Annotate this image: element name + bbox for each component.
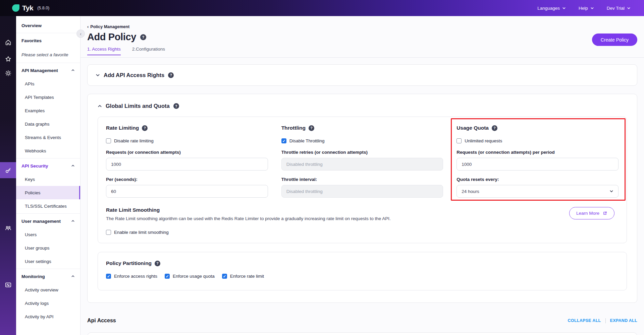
unlimited-requests-row[interactable]: Unlimited requests [457, 138, 619, 143]
quota-resets-select[interactable]: 24 hours [457, 185, 619, 198]
sidebar-item-users[interactable]: Users [16, 228, 80, 241]
sidebar-item-overview[interactable]: Overview [16, 19, 80, 32]
global-limits-card-header[interactable]: Global Limits and Quota ? [98, 103, 627, 109]
access-rights-help-icon[interactable]: ? [168, 72, 174, 78]
rate-limiting-help-icon[interactable]: ? [142, 125, 148, 131]
topbar-menu-dev-trial[interactable]: Dev Trial [607, 6, 631, 11]
sidebar-item-label: Streams & Events [25, 135, 61, 140]
disable-throttling-checkbox[interactable] [281, 138, 286, 143]
sidebar-item-favorites[interactable]: Favorites [16, 34, 80, 47]
sidebar: OverviewFavoritesPlease select a favorit… [16, 16, 80, 335]
sidebar-collapse-button[interactable]: ‹ [76, 29, 85, 38]
api-access-header: Api Access COLLAPSE ALL EXPAND ALL [87, 318, 637, 324]
create-policy-button[interactable]: Create Policy [592, 34, 637, 46]
sidebar-item-webhooks[interactable]: Webhooks [16, 144, 80, 157]
chevron-up-icon [71, 274, 75, 279]
chevron-down-icon [609, 189, 613, 193]
partition-row-enforce-rate-limit[interactable]: Enforce rate limit [222, 274, 264, 279]
user-management-icon[interactable] [0, 220, 16, 235]
sidebar-item-monitoring[interactable]: Monitoring [16, 270, 80, 283]
chevron-up-icon [71, 68, 75, 73]
breadcrumb[interactable]: ‹ Policy Management [87, 24, 637, 29]
throttling-column: Throttling ? Disable Throttling Throttle… [281, 125, 443, 198]
enforce-usage-quota-checkbox[interactable] [165, 274, 170, 279]
sidebar-item-api-management[interactable]: API Management [16, 64, 80, 77]
tab-2-configurations[interactable]: 2.Configurations [132, 47, 165, 55]
usage-quota-help-icon[interactable]: ? [492, 125, 497, 131]
enable-smoothing-checkbox[interactable] [106, 230, 111, 235]
sidebar-item-apis[interactable]: APIs [16, 77, 80, 90]
api-security-key-icon[interactable] [0, 162, 16, 178]
sidebar-item-api-security[interactable]: API Security [16, 159, 80, 173]
sidebar-item-user-groups[interactable]: User groups [16, 241, 80, 255]
topbar-menu-help[interactable]: Help [579, 6, 594, 11]
policy-partitioning-title: Policy Partitioning [106, 260, 152, 266]
sidebar-item-label: TLS/SSL Certificates [25, 204, 67, 209]
enable-smoothing-row[interactable]: Enable rate limit smoothing [106, 230, 619, 235]
sidebar-item-activity-by-api[interactable]: Activity by API [16, 310, 80, 323]
expand-all-link[interactable]: EXPAND ALL [610, 318, 637, 323]
topbar-menu-languages[interactable]: Languages [537, 6, 566, 11]
top-bar: Tyk (5.8.0) LanguagesHelpDev Trial [0, 0, 644, 16]
sidebar-item-label: User settings [25, 259, 51, 264]
sidebar-item-api-templates[interactable]: API Templates [16, 90, 80, 104]
sidebar-item-label: API Security [21, 163, 48, 169]
star-icon[interactable] [0, 52, 16, 66]
sidebar-divider [16, 213, 80, 214]
per-seconds-input[interactable] [106, 185, 268, 198]
disable-rate-limiting-row[interactable]: Disable rate limiting [106, 138, 268, 143]
disable-rate-limiting-checkbox[interactable] [106, 138, 111, 143]
learn-more-button[interactable]: Learn More [569, 207, 614, 219]
smoothing-description: The Rate Limit smoothing algorithm can b… [106, 216, 391, 221]
sidebar-item-label: APIs [25, 81, 35, 86]
tyk-logo[interactable]: Tyk (5.8.0) [12, 4, 49, 12]
sidebar-item-policies[interactable]: Policies [16, 186, 80, 199]
policy-partitioning-help-icon[interactable]: ? [155, 261, 160, 266]
enforce-rate-limit-checkbox[interactable] [222, 274, 227, 279]
tab-1-access-rights[interactable]: 1. Access Rights [87, 47, 121, 55]
sidebar-item-activity-logs[interactable]: Activity logs [16, 296, 80, 310]
global-limits-help-icon[interactable]: ? [173, 103, 179, 109]
sidebar-item-user-management[interactable]: User management [16, 214, 80, 228]
access-rights-card-header[interactable]: Add API Access Rights ? [96, 72, 174, 78]
sidebar-item-activity-overview[interactable]: Activity overview [16, 283, 80, 296]
monitoring-icon[interactable] [0, 277, 16, 292]
sidebar-item-label: Activity overview [25, 287, 58, 292]
requests-input[interactable] [106, 158, 268, 171]
throttle-retries-input [281, 158, 443, 171]
partition-row-enforce-usage-quota[interactable]: Enforce usage quota [165, 274, 215, 279]
sidebar-item-label: Keys [25, 177, 35, 182]
throttle-interval-input [281, 185, 443, 198]
chevron-up-icon [71, 163, 75, 169]
breadcrumb-label: Policy Management [90, 24, 129, 29]
partition-label: Enforce rate limit [230, 274, 264, 279]
topbar-menu-label: Dev Trial [607, 6, 625, 11]
page-header: ‹ Policy Management Add Policy ? 1. Acce… [80, 16, 644, 58]
sidebar-item-tls-ssl-certificates[interactable]: TLS/SSL Certificates [16, 199, 80, 213]
quota-requests-input[interactable] [457, 158, 619, 171]
home-icon[interactable] [0, 35, 16, 50]
quota-resets-label: Quota resets every: [457, 177, 619, 182]
collapse-all-link[interactable]: COLLAPSE ALL [568, 318, 601, 323]
chevron-down-icon [96, 73, 100, 77]
rate-limiting-title: Rate Limiting [106, 125, 139, 131]
enforce-access-rights-checkbox[interactable] [106, 274, 111, 279]
global-limits-card-title: Global Limits and Quota [106, 103, 170, 109]
sidebar-item-user-settings[interactable]: User settings [16, 255, 80, 268]
sidebar-item-keys[interactable]: Keys [16, 173, 80, 186]
usage-quota-column: Usage Quota ? Unlimited requests Request… [457, 125, 619, 198]
version-label: (5.8.0) [37, 6, 49, 10]
api-management-icon[interactable] [0, 66, 16, 80]
sidebar-item-data-graphs[interactable]: Data graphs [16, 117, 80, 131]
page-title-help-icon[interactable]: ? [140, 34, 146, 40]
partition-row-enforce-access-rights[interactable]: Enforce access rights [106, 274, 157, 279]
unlimited-requests-checkbox[interactable] [457, 138, 462, 143]
external-link-icon [602, 211, 607, 216]
topbar-menu-label: Languages [537, 6, 560, 11]
sidebar-item-label: API Templates [25, 95, 54, 100]
sidebar-item-examples[interactable]: Examples [16, 104, 80, 117]
throttling-help-icon[interactable]: ? [309, 125, 314, 131]
sidebar-item-label: User management [21, 219, 61, 224]
sidebar-item-streams-events[interactable]: Streams & Events [16, 131, 80, 144]
disable-throttling-row[interactable]: Disable Throttling [281, 138, 443, 143]
